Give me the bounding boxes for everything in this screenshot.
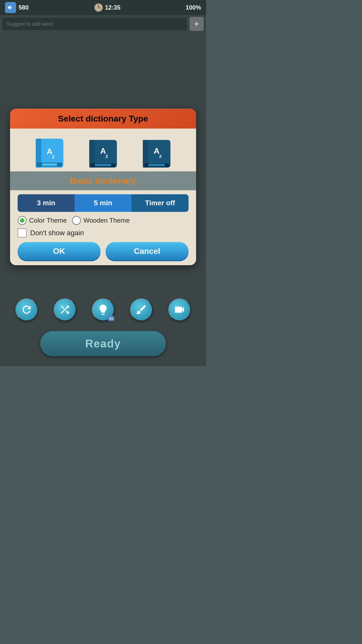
status-center: 12:35 — [94, 3, 120, 12]
dictionary-icons-row: A z A z — [18, 134, 189, 171]
dialog-action-row: OK Cancel — [18, 242, 189, 260]
color-theme-label: Color Theme — [29, 217, 67, 224]
svg-text:z: z — [106, 153, 108, 159]
svg-text:A: A — [154, 146, 160, 155]
time-display: 12:35 — [105, 4, 120, 11]
timer-options-row: 3 min 5 min Timer off — [18, 194, 189, 212]
video-button[interactable] — [168, 298, 191, 321]
speaker-icon[interactable] — [5, 2, 16, 13]
timer-5min-button[interactable]: 5 min — [75, 194, 132, 212]
suggest-word-input[interactable] — [3, 18, 187, 30]
advanced-dictionary-option[interactable]: A z — [140, 136, 173, 171]
timer-3min-button[interactable]: 3 min — [18, 194, 75, 212]
dialog-title: Select dictionary Type — [58, 114, 148, 123]
selected-dictionary-label: Basic dictionary — [70, 176, 136, 185]
ready-button[interactable]: Ready — [40, 331, 166, 356]
main-area: Select dictionary Type A z — [0, 33, 206, 366]
wooden-theme-radio[interactable] — [72, 216, 81, 225]
cancel-button[interactable]: Cancel — [106, 242, 189, 260]
brush-button[interactable] — [130, 298, 153, 321]
hint-button[interactable]: 21 — [92, 298, 114, 321]
medium-dictionary-option[interactable]: A z — [87, 136, 119, 171]
timer-off-button[interactable]: Timer off — [131, 194, 189, 212]
dictionary-dialog: Select dictionary Type A z — [10, 109, 196, 265]
battery-display: 100% — [186, 4, 201, 11]
score-display: 580 — [19, 4, 29, 11]
theme-options-row: Color Theme Wooden Theme — [18, 216, 189, 225]
status-left: 580 — [5, 2, 29, 13]
add-word-button[interactable]: + — [190, 17, 204, 31]
dont-show-again-label: Don't show again — [30, 229, 84, 237]
wooden-theme-option[interactable]: Wooden Theme — [72, 216, 130, 225]
wooden-theme-label: Wooden Theme — [83, 217, 130, 224]
dialog-header: Select dictionary Type — [10, 109, 196, 129]
dialog-body: A z A z — [10, 129, 196, 265]
svg-text:A: A — [100, 146, 106, 155]
svg-rect-6 — [42, 163, 57, 166]
color-theme-option[interactable]: Color Theme — [18, 216, 67, 225]
hint-badge: 21 — [108, 316, 114, 321]
svg-text:A: A — [47, 147, 52, 156]
clock-icon — [94, 3, 103, 12]
color-theme-radio[interactable] — [18, 216, 27, 225]
svg-text:z: z — [159, 153, 162, 159]
refresh-button[interactable] — [15, 298, 38, 321]
dictionary-label-row: Basic dictionary — [10, 171, 196, 190]
status-bar: 580 12:35 100% — [0, 0, 206, 15]
svg-rect-12 — [95, 164, 111, 166]
svg-rect-18 — [148, 164, 165, 166]
bottom-toolbar: 21 — [0, 298, 206, 321]
ok-button[interactable]: OK — [18, 242, 101, 260]
dont-show-again-row: Don't show again — [18, 228, 189, 237]
basic-dictionary-option[interactable]: A z — [33, 136, 66, 171]
svg-text:z: z — [52, 154, 55, 159]
dont-show-again-checkbox[interactable] — [18, 228, 27, 237]
shuffle-button[interactable] — [54, 298, 76, 321]
search-bar: + — [0, 15, 206, 33]
